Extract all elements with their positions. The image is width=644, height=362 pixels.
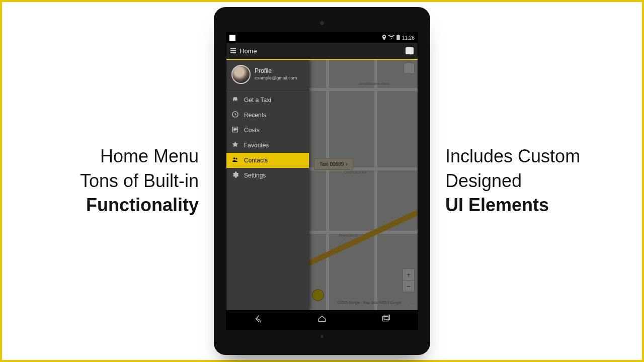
back-icon[interactable]: [253, 313, 264, 326]
gear-icon: [231, 171, 239, 180]
action-bar: Home: [226, 43, 418, 60]
street-label: Amphitheatre Pkwy: [359, 82, 389, 85]
clock-icon: [231, 111, 239, 120]
sidebar-item-costs[interactable]: Costs: [226, 123, 309, 138]
sidebar-item-label: Contacts: [244, 157, 268, 164]
svg-rect-4: [382, 316, 388, 321]
status-app-icon: [229, 35, 235, 41]
sidebar-item-label: Recents: [244, 112, 266, 119]
sidebar-item-recents[interactable]: Recents: [226, 108, 309, 123]
taxi-marker[interactable]: [312, 289, 324, 301]
chat-icon[interactable]: [406, 47, 414, 54]
profile-title: Profile: [255, 68, 297, 74]
svg-point-2: [233, 157, 235, 159]
locate-button[interactable]: [404, 63, 415, 74]
promo-left-text: Home Menu Tons of Built-in Functionality: [2, 144, 214, 218]
hamburger-icon[interactable]: [230, 48, 236, 53]
promo-right-text: Includes Custom Designed UI Elements: [430, 144, 642, 218]
svg-point-3: [235, 158, 237, 159]
status-time: 11:26: [402, 35, 415, 41]
sidebar-item-label: Settings: [244, 172, 266, 179]
nav-drawer: Profile example@gmail.com Get a TaxiRece…: [226, 60, 309, 310]
avatar: [231, 65, 251, 84]
sidebar-item-label: Favorites: [244, 142, 269, 149]
promo-right-line2: Designed: [445, 169, 627, 194]
taxi-icon: [231, 96, 239, 105]
promo-left-line2: Tons of Built-in: [17, 169, 199, 194]
zoom-out-button[interactable]: −: [403, 280, 414, 292]
map-attribution: ©2013 Google - Map data ©2013 Google: [337, 301, 401, 304]
wifi-icon: [388, 35, 394, 41]
promo-left-line1: Home Menu: [17, 144, 199, 169]
map-view[interactable]: Amphitheatre Pkwy Charleston Rd Plymouth…: [309, 60, 418, 310]
tablet-camera: [320, 21, 324, 25]
android-nav-bar: [226, 310, 418, 329]
street-label: Plymouth St: [339, 234, 358, 237]
tablet-frame: 11:26 Home Profile example@gmail.com: [214, 7, 430, 355]
sidebar-item-label: Get a Taxi: [244, 97, 271, 104]
svg-rect-5: [384, 315, 389, 320]
status-bar: 11:26: [226, 33, 418, 43]
taxi-callout-label: Taxi 00689: [319, 161, 344, 167]
promo-right-line3: UI Elements: [445, 193, 627, 218]
actionbar-title: Home: [239, 47, 257, 55]
tablet-screen: 11:26 Home Profile example@gmail.com: [226, 32, 418, 330]
profile-email: example@gmail.com: [255, 75, 297, 80]
street-label: Charleston Rd: [344, 170, 367, 174]
location-icon: [382, 35, 386, 41]
promo-left-line3: Functionality: [17, 193, 199, 218]
profile-row[interactable]: Profile example@gmail.com: [226, 60, 309, 90]
promo-right-line1: Includes Custom: [445, 144, 627, 169]
taxi-callout[interactable]: Taxi 00689 ›: [314, 158, 353, 170]
battery-icon: [396, 35, 400, 41]
contacts-icon: [231, 156, 239, 165]
call-button[interactable]: [406, 298, 416, 308]
tablet-home-dot: [320, 335, 324, 338]
sidebar-item-contacts[interactable]: Contacts: [226, 153, 309, 168]
chevron-right-icon: ›: [346, 161, 347, 167]
zoom-in-button[interactable]: +: [403, 269, 414, 280]
sidebar-item-label: Costs: [244, 127, 260, 134]
sidebar-item-settings[interactable]: Settings: [226, 168, 309, 183]
recents-icon[interactable]: [380, 313, 391, 326]
costs-icon: [231, 126, 239, 135]
home-icon[interactable]: [316, 313, 328, 326]
sidebar-item-get-a-taxi[interactable]: Get a Taxi: [226, 93, 309, 108]
zoom-control: + −: [403, 268, 415, 292]
sidebar-item-favorites[interactable]: Favorites: [226, 138, 309, 153]
star-icon: [231, 141, 239, 150]
